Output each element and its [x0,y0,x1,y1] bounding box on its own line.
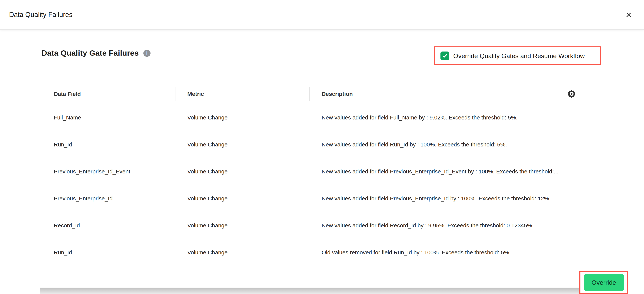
cell-metric: Volume Change [176,185,310,212]
info-icon[interactable]: i [143,50,150,57]
table-header-row: Data Field Metric Description ⚙ [40,84,595,104]
cell-actions [567,131,595,158]
cell-metric: Volume Change [176,104,310,131]
cell-data-field: Run_Id [40,239,176,266]
cell-data-field: Previous_Enterprise_Id [40,185,176,212]
cell-description: New values added for field Previous_Ente… [310,158,567,185]
override-checkbox-label: Override Quality Gates and Resume Workfl… [453,52,585,60]
cell-actions [567,104,595,131]
cell-actions [567,212,595,239]
section-title-row: Data Quality Gate Failures i [42,49,150,58]
cell-metric: Volume Change [176,131,310,158]
cell-data-field: Full_Name [40,104,176,131]
cell-description: New values added for field Previous_Ente… [310,185,567,212]
override-button-annotation: Override [579,271,628,294]
column-header-settings: ⚙ [567,84,595,104]
table-row: Full_NameVolume ChangeNew values added f… [40,104,595,131]
override-checkbox[interactable] [440,52,449,60]
cell-data-field: Record_Id [40,212,176,239]
check-icon [442,53,448,59]
column-header-data-field: Data Field [40,84,176,104]
cell-description: New values added for field Record_Id by … [310,212,567,239]
cell-metric: Volume Change [176,158,310,185]
table-row: Record_IdVolume ChangeNew values added f… [40,212,595,239]
modal-header: Data Quality Failures × [0,0,644,30]
table-row: Previous_Enterprise_Id_EventVolume Chang… [40,158,595,185]
section-title: Data Quality Gate Failures [42,49,139,58]
table-row: Run_IdVolume ChangeOld values removed fo… [40,239,595,266]
cell-data-field: Run_Id [40,131,176,158]
close-icon[interactable]: × [626,10,632,20]
override-checkbox-annotation: Override Quality Gates and Resume Workfl… [434,46,601,65]
failures-table: Data Field Metric Description ⚙ Full_Nam… [40,84,595,266]
column-header-description: Description [310,84,567,104]
cell-actions [567,239,595,266]
cell-description: New values added for field Run_Id by : 1… [310,131,567,158]
override-button[interactable]: Override [584,274,624,291]
cell-actions [567,185,595,212]
cell-actions [567,158,595,185]
cell-data-field: Previous_Enterprise_Id_Event [40,158,176,185]
cell-description: Old values removed for field Run_Id by :… [310,239,567,266]
table-row: Run_IdVolume ChangeNew values added for … [40,131,595,158]
modal-title: Data Quality Failures [9,11,72,19]
cell-metric: Volume Change [176,212,310,239]
modal-drop-shadow [40,288,579,294]
table-body: Full_NameVolume ChangeNew values added f… [40,104,595,266]
table-row: Previous_Enterprise_IdVolume ChangeNew v… [40,185,595,212]
cell-metric: Volume Change [176,239,310,266]
column-header-metric: Metric [176,84,310,104]
cell-description: New values added for field Full_Name by … [310,104,567,131]
gear-icon[interactable]: ⚙ [567,88,576,100]
